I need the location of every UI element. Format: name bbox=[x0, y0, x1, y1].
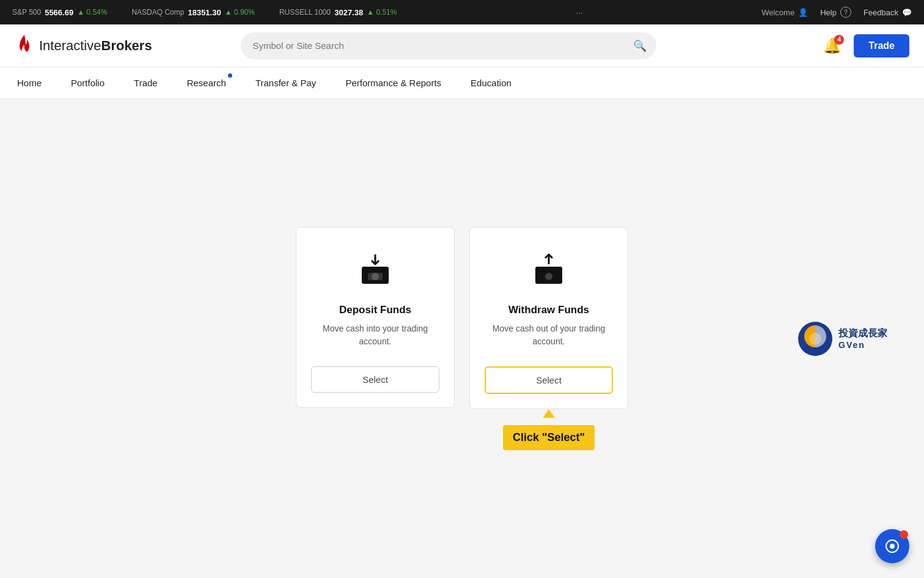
welcome-section: Welcome 👤 bbox=[761, 8, 808, 17]
ticker-russell-label: RUSSELL 1000 bbox=[279, 8, 331, 17]
watermark: 投資成長家 GVen bbox=[798, 322, 887, 356]
ticker-bar: S&P 500 5566.69 ▲ 0.54% NASDAQ Comp 1835… bbox=[0, 0, 924, 24]
chat-badge bbox=[900, 530, 908, 539]
ticker-more[interactable]: ··· bbox=[576, 8, 582, 17]
user-icon[interactable]: 👤 bbox=[798, 8, 808, 17]
chat-icon bbox=[884, 538, 901, 555]
svg-point-6 bbox=[545, 273, 552, 280]
ticker-sp500-label: S&P 500 bbox=[12, 8, 41, 17]
withdraw-card-title: Withdraw Funds bbox=[508, 304, 589, 316]
svg-point-8 bbox=[809, 333, 821, 345]
welcome-label: Welcome bbox=[761, 8, 794, 17]
deposit-icon bbox=[357, 252, 394, 286]
deposit-card-desc: Move cash into your trading account. bbox=[311, 322, 439, 348]
notification-bell-button[interactable]: 🔔 4 bbox=[821, 35, 844, 57]
trade-button[interactable]: Trade bbox=[854, 34, 909, 57]
deposit-card: Deposit Funds Move cash into your tradin… bbox=[296, 227, 455, 408]
help-icon: ? bbox=[840, 7, 851, 18]
nav-item-transfer-pay[interactable]: Transfer & Pay bbox=[253, 67, 318, 98]
watermark-en-text: GVen bbox=[838, 340, 887, 350]
nav-item-portfolio[interactable]: Portfolio bbox=[68, 67, 107, 98]
logo-interactive: Interactive bbox=[39, 38, 101, 53]
ticker-russell-change: ▲ 0.51% bbox=[367, 8, 397, 17]
nav-item-performance-reports[interactable]: Performance & Reports bbox=[343, 67, 444, 98]
nav-item-research[interactable]: Research bbox=[185, 67, 229, 98]
help-label: Help bbox=[820, 8, 837, 17]
notification-badge: 4 bbox=[834, 35, 844, 45]
logo-text: InteractiveBrokers bbox=[39, 38, 152, 54]
search-bar: 🔍 bbox=[241, 32, 656, 59]
deposit-select-button[interactable]: Select bbox=[311, 366, 439, 393]
header-right: 🔔 4 Trade bbox=[821, 34, 909, 57]
nav-item-home[interactable]: Home bbox=[15, 67, 44, 98]
main-content: Deposit Funds Move cash into your tradin… bbox=[0, 99, 924, 578]
withdraw-icon bbox=[530, 252, 567, 286]
ticker-nasdaq-change: ▲ 0.90% bbox=[225, 8, 255, 17]
ticker-russell: RUSSELL 1000 3027.38 ▲ 0.51% bbox=[279, 8, 397, 17]
feedback-label: Feedback bbox=[864, 8, 898, 17]
withdraw-svg-icon bbox=[530, 253, 567, 285]
research-dot bbox=[228, 73, 232, 78]
watermark-cn-text: 投資成長家 bbox=[838, 327, 887, 340]
ticker-right-section: Welcome 👤 Help ? Feedback 💬 bbox=[761, 7, 912, 18]
chat-button[interactable] bbox=[875, 529, 909, 563]
ticker-sp500: S&P 500 5566.69 ▲ 0.54% bbox=[12, 8, 107, 17]
logo[interactable]: InteractiveBrokers bbox=[15, 35, 152, 57]
nav-item-trade[interactable]: Trade bbox=[131, 67, 160, 98]
ticker-nasdaq-value: 18351.30 bbox=[188, 8, 221, 17]
ticker-sp500-change: ▲ 0.54% bbox=[77, 8, 107, 17]
watermark-text: 投資成長家 GVen bbox=[838, 327, 887, 350]
ticker-nasdaq-label: NASDAQ Comp bbox=[131, 8, 184, 17]
header: InteractiveBrokers 🔍 🔔 4 Trade bbox=[0, 24, 924, 67]
annotation-tooltip: Click "Select" bbox=[503, 425, 595, 450]
svg-point-3 bbox=[372, 273, 379, 280]
ticker-nasdaq: NASDAQ Comp 18351.30 ▲ 0.90% bbox=[131, 8, 255, 17]
withdraw-card: Withdraw Funds Move cash out of your tra… bbox=[469, 227, 628, 409]
feedback-section[interactable]: Feedback 💬 bbox=[864, 8, 912, 17]
feedback-icon: 💬 bbox=[902, 8, 912, 17]
help-section[interactable]: Help ? bbox=[820, 7, 851, 18]
ticker-sp500-value: 5566.69 bbox=[45, 8, 73, 17]
search-input[interactable] bbox=[241, 32, 656, 59]
deposit-svg-icon bbox=[357, 253, 394, 285]
ticker-russell-value: 3027.38 bbox=[334, 8, 363, 17]
withdraw-card-desc: Move cash out of your trading account. bbox=[485, 322, 613, 348]
cards-container: Deposit Funds Move cash into your tradin… bbox=[296, 227, 628, 450]
withdraw-card-wrapper: Withdraw Funds Move cash out of your tra… bbox=[469, 227, 628, 450]
svg-point-10 bbox=[890, 544, 895, 549]
main-nav: Home Portfolio Trade Research Transfer &… bbox=[0, 67, 924, 99]
annotation-arrow bbox=[543, 409, 555, 418]
watermark-logo-icon bbox=[798, 322, 832, 356]
nav-item-education[interactable]: Education bbox=[468, 67, 514, 98]
withdraw-select-button[interactable]: Select bbox=[485, 366, 613, 394]
deposit-card-title: Deposit Funds bbox=[339, 304, 411, 316]
logo-flame-icon bbox=[15, 35, 34, 57]
logo-brokers: Brokers bbox=[101, 38, 152, 53]
search-icon[interactable]: 🔍 bbox=[633, 39, 647, 53]
